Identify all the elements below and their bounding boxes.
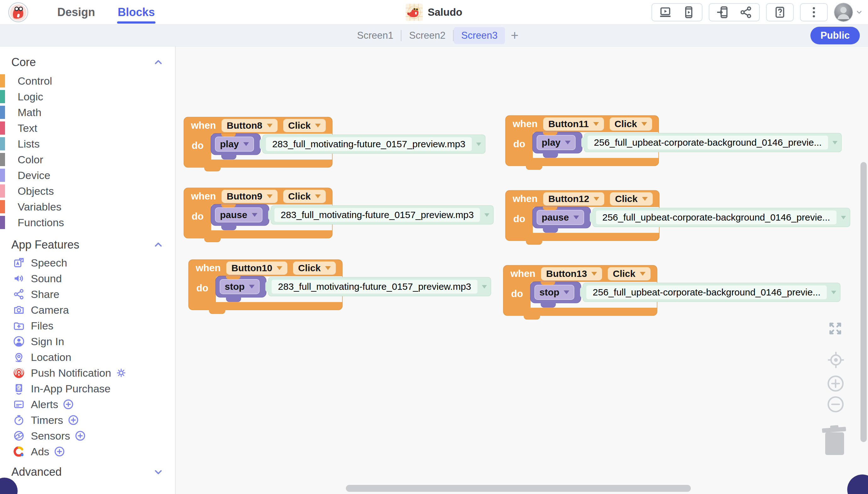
vertical-scrollbar[interactable] — [861, 162, 867, 442]
dropdown-arrow-icon — [832, 141, 837, 145]
component-dropdown[interactable]: Button12 — [543, 192, 604, 206]
sidebar-item-functions[interactable]: Functions — [0, 214, 175, 230]
advanced-section-header[interactable]: Advanced — [0, 465, 175, 479]
component-dropdown[interactable]: Button10 — [226, 262, 287, 275]
event-dropdown[interactable]: Click — [610, 192, 653, 206]
sidebar-item-color[interactable]: Color — [0, 152, 175, 167]
top-actions — [652, 0, 863, 24]
tab-design[interactable]: Design — [46, 0, 106, 24]
sound-file-block[interactable]: 256_full_upbeat-corporate-background_014… — [593, 208, 850, 227]
event-dropdown[interactable]: Click — [283, 190, 326, 203]
category-label: Color — [18, 154, 43, 166]
plus-circle-icon[interactable] — [68, 414, 79, 426]
share-icon[interactable] — [739, 5, 753, 19]
sidebar-item-camera[interactable]: Camera — [0, 302, 175, 318]
core-section-header[interactable]: Core — [0, 55, 175, 69]
action-dropdown[interactable]: play — [536, 135, 575, 150]
recenter-icon[interactable] — [827, 350, 845, 369]
sidebar-item-lists[interactable]: Lists — [0, 136, 175, 152]
sidebar-item-device[interactable]: Device — [0, 167, 175, 183]
more-menu-button[interactable] — [800, 3, 828, 21]
when-block-button9[interactable]: when Button9 Click do pause 283_full_mot… — [184, 188, 332, 238]
sidebar-item-math[interactable]: Math — [0, 104, 175, 120]
event-dropdown[interactable]: Click — [293, 262, 336, 275]
plus-circle-icon[interactable] — [75, 430, 86, 441]
dropdown-arrow-icon — [476, 142, 481, 146]
sound-file-block[interactable]: 256_full_upbeat-corporate-background_014… — [583, 283, 840, 301]
event-dropdown[interactable]: Click — [610, 117, 653, 131]
action-dropdown[interactable]: pause — [215, 207, 263, 223]
component-dropdown[interactable]: Button9 — [222, 190, 277, 203]
download-app-icon[interactable] — [716, 5, 730, 19]
help-button[interactable] — [766, 3, 794, 21]
account-menu[interactable] — [834, 3, 863, 22]
action-dropdown[interactable]: pause — [536, 210, 584, 225]
sound-action-block[interactable]: play — [533, 132, 582, 153]
sidebar-item-control[interactable]: Control — [0, 73, 175, 89]
when-block-button10[interactable]: when Button10 Click do stop 283_full_mot… — [189, 260, 342, 310]
fit-to-screen-icon[interactable] — [828, 321, 843, 336]
plus-circle-icon[interactable] — [63, 399, 74, 410]
add-screen-button[interactable]: + — [511, 29, 518, 42]
tab-blocks[interactable]: Blocks — [106, 0, 166, 24]
sidebar-item-alerts[interactable]: Alerts — [0, 397, 175, 412]
tab-screen2[interactable]: Screen2 — [401, 27, 453, 44]
zoom-out-icon[interactable] — [826, 395, 845, 414]
event-dropdown[interactable]: Click — [283, 119, 326, 132]
chevron-up-icon — [154, 58, 163, 67]
sound-action-block[interactable]: stop — [216, 276, 266, 297]
sound-action-block[interactable]: play — [211, 134, 260, 154]
sound-file-block[interactable]: 283_full_motivating-future_0157_preview.… — [271, 206, 493, 224]
app-features-section-header[interactable]: App Features — [0, 238, 175, 252]
sidebar-item-share[interactable]: Share — [0, 286, 175, 302]
sidebar-item-sound[interactable]: Sound — [0, 271, 175, 286]
sound-file-block[interactable]: 283_full_motivating-future_0157_preview.… — [263, 135, 485, 153]
sidebar-item-push-notification[interactable]: Push Notification — [0, 365, 175, 381]
sound-file-block[interactable]: 283_full_motivating-future_0157_preview.… — [268, 278, 491, 296]
gear-icon[interactable] — [115, 367, 127, 379]
tab-screen3[interactable]: Screen3 — [454, 27, 505, 44]
component-dropdown[interactable]: Button13 — [541, 267, 602, 280]
sound-file-block[interactable]: 256_full_upbeat-corporate-background_014… — [584, 133, 841, 152]
when-block-button8[interactable]: when Button8 Click do play 283_full_moti… — [184, 117, 332, 167]
tab-screen1[interactable]: Screen1 — [350, 27, 401, 44]
trash-icon[interactable] — [820, 425, 849, 457]
component-dropdown[interactable]: Button8 — [222, 119, 277, 132]
when-block-button11[interactable]: when Button11 Click do play 256_full_upb… — [506, 116, 658, 166]
horizontal-scrollbar[interactable] — [346, 485, 691, 492]
blocks-workspace[interactable]: when Button8 Click do play 283_full_moti… — [176, 46, 868, 494]
action-dropdown[interactable]: play — [215, 136, 254, 152]
sidebar-item-in-app-purchase[interactable]: In-App Purchase — [0, 381, 175, 397]
sidebar-item-sensors[interactable]: Sensors — [0, 428, 175, 444]
category-label: Lists — [18, 138, 40, 150]
sound-action-block[interactable]: pause — [533, 207, 590, 228]
sound-action-block[interactable]: pause — [211, 205, 269, 225]
thunkable-logo[interactable] — [8, 2, 28, 22]
sidebar-item-text[interactable]: Text — [0, 120, 175, 136]
zoom-in-icon[interactable] — [826, 374, 845, 393]
publish-button-group — [709, 3, 760, 21]
sidebar-item-timers[interactable]: Timers — [0, 412, 175, 428]
sidebar-item-variables[interactable]: Variables — [0, 199, 175, 214]
sidebar-item-ads[interactable]: Ads — [0, 444, 175, 459]
sidebar-item-speech[interactable]: Speech — [0, 255, 175, 271]
component-dropdown[interactable]: Button11 — [543, 117, 604, 131]
when-block-button13[interactable]: when Button13 Click do stop 256_full_upb… — [504, 266, 657, 315]
sound-action-block[interactable]: stop — [531, 282, 581, 303]
action-dropdown[interactable]: stop — [220, 279, 260, 294]
visibility-badge[interactable]: Public — [810, 27, 860, 44]
sidebar-item-location[interactable]: Location — [0, 349, 175, 365]
feature-label: Ads — [31, 445, 50, 458]
plus-circle-icon[interactable] — [54, 446, 65, 457]
web-preview-icon[interactable] — [658, 5, 672, 19]
event-dropdown[interactable]: Click — [608, 267, 650, 280]
sidebar-item-sign-in[interactable]: Sign In — [0, 334, 175, 349]
sidebar-item-objects[interactable]: Objects — [0, 183, 175, 199]
feature-label: Files — [31, 320, 54, 332]
when-block-button12[interactable]: when Button12 Click do pause 256_full_up… — [506, 191, 659, 241]
sidebar-item-files[interactable]: Files — [0, 318, 175, 334]
device-preview-icon[interactable] — [682, 5, 696, 19]
action-dropdown[interactable]: stop — [534, 285, 574, 300]
dropdown-arrow-icon — [831, 291, 836, 294]
sidebar-item-logic[interactable]: Logic — [0, 89, 175, 104]
